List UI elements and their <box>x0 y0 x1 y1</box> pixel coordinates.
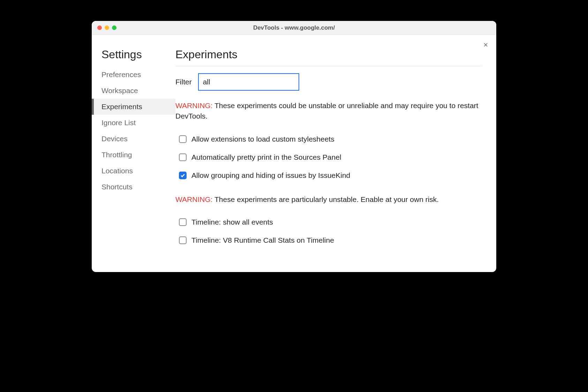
traffic-lights <box>97 25 116 30</box>
experiment-item: Allow grouping and hiding of issues by I… <box>175 166 482 184</box>
sidebar-item-shortcuts[interactable]: Shortcuts <box>92 179 175 195</box>
sidebar-item-ignore-list[interactable]: Ignore List <box>92 115 175 131</box>
experiment-item: Allow extensions to load custom styleshe… <box>175 130 482 148</box>
sidebar-item-workspace[interactable]: Workspace <box>92 83 175 99</box>
experiment-label: Allow grouping and hiding of issues by I… <box>191 171 350 180</box>
experiments-list-1: Allow extensions to load custom styleshe… <box>175 130 482 184</box>
content-area: × Settings PreferencesWorkspaceExperimen… <box>92 35 496 272</box>
experiment-item: Timeline: V8 Runtime Call Stats on Timel… <box>175 231 482 249</box>
warning-text: These experiments could be unstable or u… <box>175 101 478 120</box>
experiment-checkbox[interactable] <box>179 218 187 226</box>
page-title: Experiments <box>175 48 482 66</box>
experiment-label: Allow extensions to load custom styleshe… <box>191 135 334 143</box>
sidebar-items: PreferencesWorkspaceExperimentsIgnore Li… <box>92 67 175 195</box>
close-icon[interactable]: × <box>483 41 488 49</box>
warning-label: WARNING: <box>175 101 213 110</box>
experiment-checkbox[interactable] <box>179 135 187 143</box>
window-zoom-button[interactable] <box>112 25 116 30</box>
sidebar-item-preferences[interactable]: Preferences <box>92 67 175 83</box>
experiments-list-2: Timeline: show all eventsTimeline: V8 Ru… <box>175 213 482 249</box>
experiment-checkbox[interactable] <box>179 153 187 161</box>
experiment-checkbox[interactable] <box>179 236 187 244</box>
experiment-label: Timeline: V8 Runtime Call Stats on Timel… <box>191 236 334 244</box>
main-panel: Experiments Filter WARNING: These experi… <box>175 35 496 272</box>
divider <box>175 66 482 66</box>
experiment-label: Timeline: show all events <box>191 218 273 226</box>
settings-sidebar: Settings PreferencesWorkspaceExperiments… <box>92 35 175 272</box>
warning-unstable: WARNING: These experiments could be unst… <box>175 100 482 122</box>
sidebar-title: Settings <box>92 48 175 67</box>
sidebar-item-throttling[interactable]: Throttling <box>92 147 175 163</box>
filter-input[interactable] <box>198 73 299 91</box>
filter-row: Filter <box>175 73 482 91</box>
warning-text: These experiments are particularly unsta… <box>213 195 439 203</box>
warning-label: WARNING: <box>175 195 213 203</box>
experiment-item: Timeline: show all events <box>175 213 482 231</box>
devtools-window: DevTools - www.google.com/ × Settings Pr… <box>92 21 496 272</box>
window-close-button[interactable] <box>97 25 102 30</box>
titlebar: DevTools - www.google.com/ <box>92 21 496 35</box>
sidebar-item-devices[interactable]: Devices <box>92 131 175 147</box>
window-minimize-button[interactable] <box>105 25 109 30</box>
filter-label: Filter <box>175 78 192 86</box>
sidebar-item-locations[interactable]: Locations <box>92 163 175 179</box>
warning-risky: WARNING: These experiments are particula… <box>175 194 482 205</box>
window-title: DevTools - www.google.com/ <box>92 24 496 31</box>
experiment-item: Automatically pretty print in the Source… <box>175 148 482 166</box>
experiment-label: Automatically pretty print in the Source… <box>191 153 341 161</box>
sidebar-item-experiments[interactable]: Experiments <box>92 99 175 115</box>
experiment-checkbox[interactable] <box>179 172 187 179</box>
